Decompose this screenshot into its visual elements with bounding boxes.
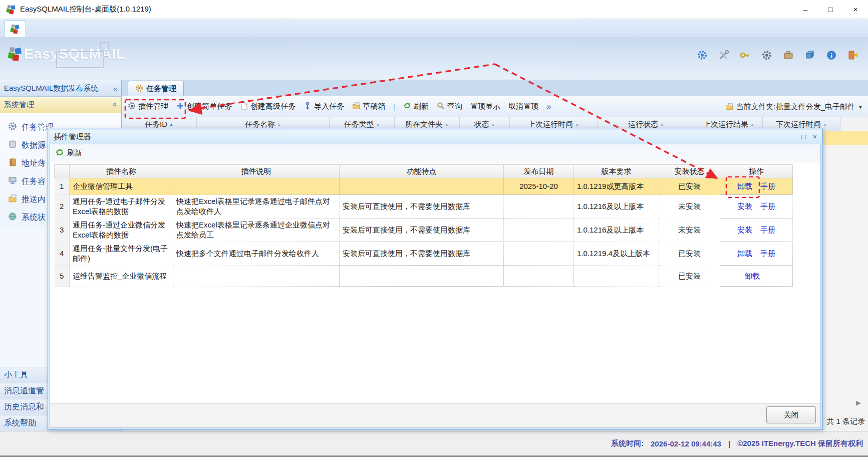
create-advanced-task-button[interactable]: 创建高级任务 <box>240 102 296 111</box>
plugin-date-cell <box>504 266 574 287</box>
plugin-feature-cell: 安装后可直接使用，不需要使用数据库 <box>340 218 504 242</box>
plugin-version-cell: 1.0.1219或更高版本 <box>574 178 659 195</box>
sidebar-section-label: 系统管理 <box>4 100 34 110</box>
sort-icon: ▲ <box>575 122 579 127</box>
manual-link[interactable]: 手册 <box>760 182 775 190</box>
pin-top-button[interactable]: 置顶显示 <box>470 102 500 111</box>
create-simple-task-button[interactable]: 创建简单任务 <box>176 102 232 111</box>
app-tab[interactable] <box>4 21 26 37</box>
plugin-name-cell: 通用任务-通过企业微信分发Excel表格的数据 <box>70 218 173 242</box>
plugin-desc-cell <box>173 266 340 287</box>
plus-icon <box>176 102 184 111</box>
button-label: 取消置顶 <box>508 102 538 111</box>
document-icon <box>240 102 248 111</box>
sort-icon: ▲ <box>169 122 173 127</box>
plugin-manager-button[interactable]: 插件管理 <box>128 102 168 111</box>
dialog-titlebar[interactable]: 插件管理器 □ × <box>50 130 821 144</box>
info-icon[interactable]: i <box>825 49 837 61</box>
status-bar: 系统时间: 2026-02-12 09:44:43 | ©2025 ITEner… <box>0 431 868 457</box>
row-number: 4 <box>55 242 70 266</box>
column-header-plugin-name: 插件名称 <box>70 165 173 178</box>
plugin-desc-cell <box>173 178 340 195</box>
row-number: 1 <box>55 178 70 195</box>
table-row[interactable]: 1 企业微信管理工具 2025-10-20 1.0.1219或更高版本 已安装 … <box>55 178 793 195</box>
sidebar-section-label: 系统帮助 <box>4 418 36 428</box>
sort-icon: ▲ <box>277 122 281 127</box>
button-label: 创建高级任务 <box>250 102 296 111</box>
exit-icon[interactable] <box>847 49 859 61</box>
sidebar-title[interactable]: EasySQLMAIL数据发布系统 « <box>0 80 121 97</box>
button-label: 插件管理 <box>138 102 168 111</box>
current-folder-selector[interactable]: 当前文件夹:批量文件分发_电子邮件 ▼ <box>725 96 863 117</box>
key-icon[interactable] <box>739 49 751 61</box>
import-task-button[interactable]: 导入任务 <box>304 102 344 111</box>
gear-icon <box>128 102 136 111</box>
manual-link[interactable]: 手册 <box>760 225 775 234</box>
dialog-refresh-button[interactable]: 刷新 <box>67 148 82 158</box>
dialog-toolbar: 刷新 <box>50 144 820 162</box>
cube-icon[interactable] <box>804 49 816 61</box>
collapse-icon[interactable]: « <box>113 84 117 93</box>
sort-icon: ▲ <box>491 122 495 127</box>
install-link[interactable]: 安装 <box>737 225 752 234</box>
unpin-top-button[interactable]: 取消置顶 <box>508 102 538 111</box>
install-link[interactable]: 安装 <box>737 202 752 210</box>
plugin-status-cell: 未安装 <box>659 195 720 218</box>
manual-link[interactable]: 手册 <box>760 202 775 210</box>
dialog-maximize-button[interactable]: □ <box>801 133 805 141</box>
uninstall-link[interactable]: 卸载 <box>737 249 752 258</box>
plugin-date-cell <box>504 218 574 242</box>
plugin-feature-cell <box>340 178 504 195</box>
plugin-manager-dialog: 插件管理器 □ × 刷新 插件名称 插件说明 功能特点 发布日期 版本要求 安装… <box>48 128 823 430</box>
plugin-status-cell: 已安装 <box>659 242 720 266</box>
sidebar-item-label: 地址薄 <box>22 158 46 169</box>
ghost-outline-small <box>100 42 109 51</box>
drafts-button[interactable]: 草稿箱 <box>352 102 385 111</box>
column-header-plugin-desc: 插件说明 <box>173 165 340 178</box>
gear-icon[interactable] <box>761 49 773 61</box>
button-label: 创建简单任务 <box>187 102 232 111</box>
dialog-close-icon[interactable]: × <box>813 133 817 141</box>
table-row[interactable]: 2 通用任务-通过电子邮件分发Excel表格的数据 快速把Excel表格里记录逐… <box>55 195 793 218</box>
copyright-text: ©2025 ITEnergy.TECH 保留所有权利 <box>737 439 863 448</box>
app-icon <box>6 5 16 15</box>
refresh-button[interactable]: 刷新 <box>403 102 429 111</box>
briefcase-icon[interactable] <box>782 49 794 61</box>
status-separator: | <box>728 439 730 448</box>
scroll-right-icon[interactable]: ▶ <box>856 399 861 406</box>
table-row[interactable]: 5 运维告警监控_企业微信流程 已安装 卸载 <box>55 266 793 287</box>
toolbar-overflow-button[interactable]: » <box>546 102 551 112</box>
plugin-date-cell: 2025-10-20 <box>504 178 574 195</box>
sort-icon: ▲ <box>660 122 664 127</box>
plugin-feature-cell: 安装后可直接使用，不需要使用数据库 <box>340 195 504 218</box>
sort-icon: ▲ <box>376 122 380 127</box>
close-button[interactable]: × <box>843 0 868 19</box>
uninstall-link[interactable]: 卸载 <box>737 182 752 190</box>
magnifier-icon <box>437 102 445 111</box>
minimize-button[interactable]: – <box>793 0 818 19</box>
table-row[interactable]: 4 通用任务-批量文件分发(电子邮件) 快速把多个文件通过电子邮件分发给收件人 … <box>55 242 793 266</box>
table-row[interactable]: 3 通用任务-通过企业微信分发Excel表格的数据 快速把Excel表格里记录逐… <box>55 218 793 242</box>
document-tabbar: 任务管理 <box>122 80 868 96</box>
manual-link[interactable]: 手册 <box>760 249 775 258</box>
plugin-date-cell <box>504 195 574 218</box>
dialog-close-button[interactable]: 关闭 <box>766 406 816 423</box>
window-titlebar: EasySQLMAIL控制台-桌面版(1.0.1219) – □ × <box>0 0 868 19</box>
tab-task-management[interactable]: 任务管理 <box>128 81 184 96</box>
tools-icon[interactable] <box>718 49 730 61</box>
tab-strip <box>0 19 868 37</box>
settings-gear-icon[interactable] <box>696 49 708 61</box>
plugin-desc-cell: 快速把多个文件通过电子邮件分发给收件人 <box>173 242 340 266</box>
logo-pinwheel-icon <box>8 47 23 62</box>
row-number: 5 <box>55 266 70 287</box>
search-button[interactable]: 查询 <box>437 102 462 111</box>
maximize-button[interactable]: □ <box>818 0 843 19</box>
monitor-icon <box>8 176 17 187</box>
uninstall-link[interactable]: 卸载 <box>745 272 760 280</box>
column-header-release-date: 发布日期 <box>504 165 574 178</box>
button-label: 查询 <box>447 102 462 111</box>
plugin-version-cell: 1.0.1216及以上版本 <box>574 218 659 242</box>
plugin-desc-cell: 快速把Excel表格里记录逐条通过电子邮件点对点发给收件人 <box>173 195 340 218</box>
plugin-name-cell: 通用任务-通过电子邮件分发Excel表格的数据 <box>70 195 173 218</box>
sidebar-section-system[interactable]: 系统管理 « <box>0 97 121 113</box>
